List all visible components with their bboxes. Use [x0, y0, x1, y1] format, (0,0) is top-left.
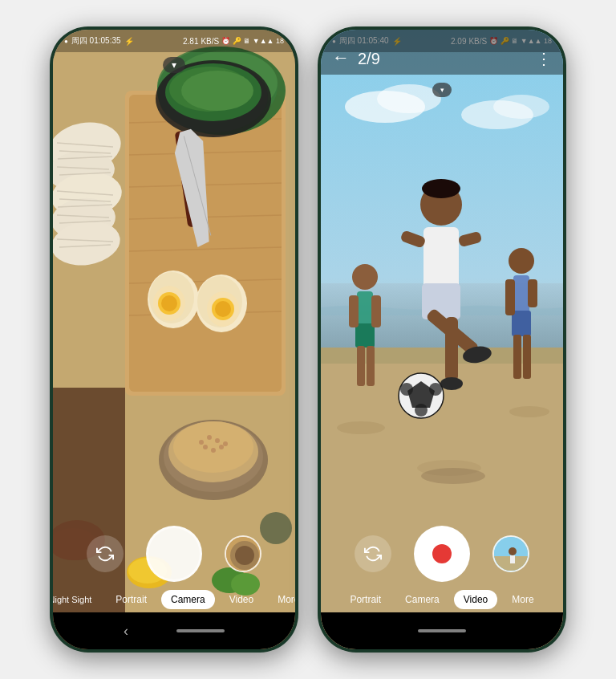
shutter-button-1[interactable]: [146, 526, 202, 582]
flip-camera-button-2[interactable]: [355, 535, 391, 572]
svg-point-114: [509, 547, 517, 555]
back-button[interactable]: ←: [332, 47, 350, 68]
svg-rect-94: [513, 335, 521, 379]
svg-point-56: [203, 445, 208, 449]
svg-point-91: [509, 248, 534, 274]
status-speed-1: 2.81: [183, 37, 198, 46]
mode-night-sight[interactable]: Night Sight: [53, 591, 101, 608]
svg-rect-93: [528, 279, 537, 307]
svg-point-84: [352, 264, 378, 290]
status-bar-1: ● 周四 01:05:35 ⚡ 2.81 KB/S ⏰ 🔑 🖥 ▼▲▲ 18: [53, 30, 295, 52]
phone-2: ● 周四 01:05:40 ⚡ 2.09 KB/S ⏰ 🔑 🖥 ▼▲▲ 18 ←…: [318, 26, 566, 653]
svg-point-47: [215, 301, 231, 317]
svg-point-34: [181, 71, 253, 111]
svg-point-109: [400, 383, 413, 396]
svg-point-105: [440, 377, 463, 390]
svg-rect-92: [505, 279, 515, 315]
svg-point-110: [429, 383, 442, 396]
gallery-title: 2/9: [358, 50, 528, 68]
svg-point-99: [422, 179, 460, 198]
thumbnail-button-1[interactable]: [225, 535, 261, 572]
chevron-down-2[interactable]: ▾: [432, 83, 452, 97]
svg-point-52: [199, 440, 204, 445]
nav-back-1[interactable]: ‹: [124, 623, 128, 640]
status-icons-1: ⏰ 🔑 🖥 ▼▲▲ 18: [221, 37, 284, 45]
svg-point-54: [215, 438, 220, 443]
nav-bar-1: ‹: [53, 612, 295, 649]
svg-point-57: [211, 448, 216, 453]
status-icon-1: ⚡: [124, 37, 134, 46]
camera-buttons-1: [53, 526, 295, 582]
mode-tabs-1: Night Sight Portrait Camera Video More: [53, 590, 295, 609]
svg-point-58: [219, 445, 224, 449]
svg-point-81: [509, 406, 549, 417]
mode-portrait-1[interactable]: Portrait: [106, 590, 156, 609]
status-time-1: 周四 01:05:35: [71, 35, 121, 47]
status-left-1: ● 周四 01:05:35 ⚡: [64, 35, 134, 47]
mode-video-2[interactable]: Video: [454, 590, 497, 609]
camera-controls-2: Portrait Camera Video More: [321, 526, 563, 609]
svg-rect-115: [510, 555, 515, 563]
more-options-icon[interactable]: ⋮: [536, 49, 552, 68]
svg-point-73: [377, 84, 441, 113]
svg-point-111: [421, 468, 485, 484]
record-button[interactable]: [414, 526, 470, 582]
gallery-header: ← 2/9 ⋮: [321, 30, 563, 75]
status-dot-1: ●: [64, 38, 68, 45]
flip-camera-button-1[interactable]: [87, 535, 124, 572]
svg-rect-96: [424, 227, 459, 291]
status-speed-unit-1: KB/S: [201, 37, 219, 46]
phone-1: ● 周四 01:05:35 ⚡ 2.81 KB/S ⏰ 🔑 🖥 ▼▲▲ 18 ▾: [50, 26, 298, 653]
thumbnail-button-2[interactable]: [492, 535, 529, 572]
svg-point-79: [337, 421, 385, 434]
svg-rect-90: [512, 311, 531, 336]
nav-bar-2: [321, 612, 563, 649]
mode-video-1[interactable]: Video: [220, 590, 263, 609]
mode-tabs-2: Portrait Camera Video More: [332, 590, 551, 609]
mode-camera-1[interactable]: Camera: [161, 590, 215, 609]
svg-rect-66: [53, 388, 125, 649]
camera-controls-1: Night Sight Portrait Camera Video More: [53, 526, 295, 609]
camera-buttons-2: [321, 526, 563, 582]
mode-camera-2[interactable]: Camera: [395, 590, 449, 609]
svg-rect-85: [349, 295, 359, 327]
svg-point-53: [207, 435, 212, 440]
svg-point-75: [493, 95, 549, 119]
home-indicator-2[interactable]: [418, 629, 466, 632]
svg-point-70: [235, 546, 254, 565]
chevron-down-1[interactable]: ▾: [163, 57, 185, 73]
mode-portrait-2[interactable]: Portrait: [340, 590, 391, 609]
mode-more-2[interactable]: More: [502, 590, 543, 609]
home-indicator-1[interactable]: [176, 629, 225, 632]
svg-point-42: [161, 295, 177, 311]
svg-point-108: [415, 404, 428, 417]
svg-point-51: [173, 421, 253, 473]
svg-rect-95: [523, 335, 531, 379]
svg-rect-88: [367, 346, 375, 386]
mode-more-1[interactable]: More: [268, 590, 295, 609]
status-right-1: 2.81 KB/S ⏰ 🔑 🖥 ▼▲▲ 18: [183, 37, 284, 46]
svg-rect-86: [371, 295, 381, 327]
svg-rect-87: [357, 346, 365, 386]
svg-rect-83: [355, 323, 375, 348]
svg-point-55: [223, 441, 228, 446]
